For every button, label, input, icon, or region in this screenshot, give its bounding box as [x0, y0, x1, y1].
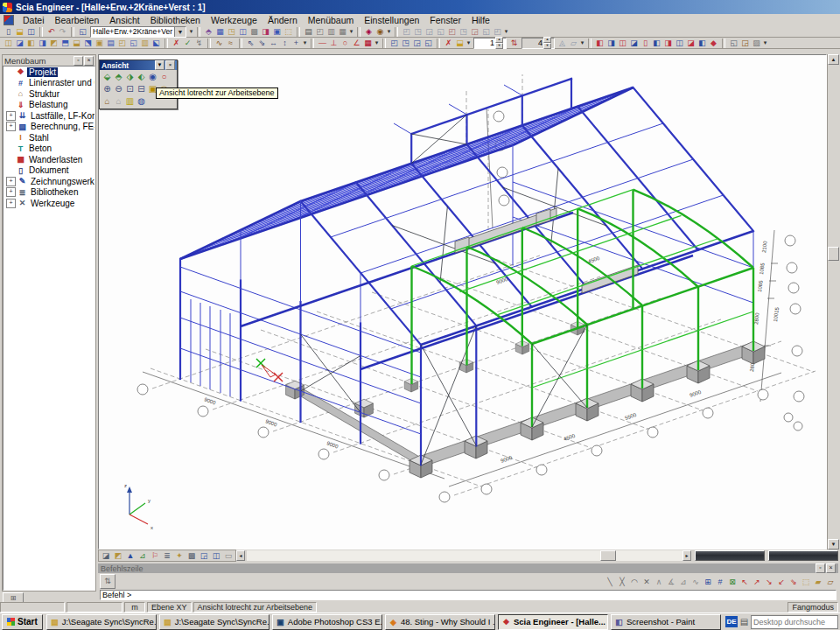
- save-icon[interactable]: ◫: [25, 26, 37, 37]
- print-icon[interactable]: ▤: [303, 26, 314, 37]
- swap-icon[interactable]: ⇅: [508, 38, 520, 48]
- taskbar-button[interactable]: ◈ 48. Sting - Why Should I ...: [385, 614, 495, 630]
- snap-raster-icon[interactable]: #: [714, 577, 726, 587]
- menu-item[interactable]: Menübaum: [303, 15, 360, 25]
- member-icon[interactable]: ◫: [674, 38, 685, 48]
- layout-icon[interactable]: ◳: [458, 26, 469, 37]
- member-icon[interactable]: ◨: [606, 38, 617, 48]
- status-plane[interactable]: Ebene XY: [147, 602, 192, 612]
- dropdown-arrow-icon[interactable]: ▾: [348, 28, 354, 35]
- member-icon[interactable]: ◆: [708, 38, 719, 48]
- toolbar-icon[interactable]: ⬓: [71, 38, 82, 48]
- toolbar-icon[interactable]: ∿: [214, 38, 225, 48]
- horizontal-scrollbar-thumb[interactable]: [600, 550, 616, 561]
- toolbar-icon[interactable]: ◬: [556, 38, 568, 48]
- member-icon[interactable]: ◨: [662, 38, 674, 48]
- tree-item[interactable]: I Stahl: [4, 132, 94, 144]
- taskbar-button[interactable]: ❖ Scia Engineer - [Halle...: [498, 614, 608, 630]
- snap-grid-icon[interactable]: ⊞: [702, 577, 714, 587]
- document-icon[interactable]: ▥: [326, 26, 337, 37]
- vertical-scrollbar-thumb[interactable]: [828, 247, 839, 261]
- flag-icon[interactable]: ⚐: [149, 550, 161, 561]
- section-icon[interactable]: ◫: [210, 550, 222, 561]
- view-axo-icon[interactable]: ⬙: [102, 71, 113, 82]
- member-icon[interactable]: ◧: [696, 38, 708, 48]
- box-icon[interactable]: ◲: [198, 550, 210, 561]
- zoom-in-icon[interactable]: ⊕: [102, 83, 113, 94]
- activity-spinner-value[interactable]: [474, 38, 495, 47]
- dropdown-arrow-icon[interactable]: ▾: [579, 39, 585, 46]
- command-history-icon[interactable]: ⇅: [100, 574, 116, 589]
- print-preview-icon[interactable]: ◰: [314, 26, 326, 37]
- close-icon[interactable]: ×: [165, 60, 175, 70]
- start-button[interactable]: Start: [2, 614, 43, 630]
- menu-item[interactable]: Fenster: [424, 15, 466, 25]
- ansicht-toolbar-header[interactable]: Ansicht ▼ ×: [100, 60, 177, 70]
- toolbar-icon[interactable]: ⬔: [82, 38, 94, 48]
- layout-icon[interactable]: ◱: [480, 26, 492, 37]
- expand-icon[interactable]: [6, 90, 14, 98]
- vertical-scrollbar[interactable]: ▲ ▼: [827, 54, 838, 550]
- menu-item[interactable]: Ändern: [262, 15, 303, 25]
- expand-icon[interactable]: [6, 101, 14, 108]
- snap-intersection-icon[interactable]: ↘: [763, 577, 775, 587]
- toolbar-icon[interactable]: ⬚: [283, 26, 294, 37]
- taskbar-button[interactable]: ▤ J:\Seagate Sync\SyncRe...: [159, 614, 270, 630]
- toolbar-icon[interactable]: ◳: [226, 26, 237, 37]
- view-front-icon[interactable]: ⬘: [113, 71, 124, 82]
- tree-item[interactable]: ▯ Dokument: [4, 165, 94, 177]
- tree-item[interactable]: + ✕ Werkzeuge: [4, 198, 94, 209]
- layer-spinner[interactable]: ▲▼: [522, 38, 555, 49]
- surface-icon[interactable]: ⊿: [136, 550, 149, 561]
- member-icon[interactable]: ◧: [594, 38, 606, 48]
- dropdown-arrow-icon[interactable]: ▾: [374, 39, 380, 46]
- toolbar-icon[interactable]: ▣: [94, 38, 105, 48]
- dropdown-arrow-icon[interactable]: ▾: [503, 28, 509, 35]
- snap-triangle-icon[interactable]: ⊿: [677, 577, 690, 587]
- toolbar-icon[interactable]: +: [290, 38, 302, 48]
- toolbar-icon[interactable]: ⬘: [203, 26, 214, 37]
- layout-icon[interactable]: ◲: [424, 26, 435, 37]
- language-indicator[interactable]: DE: [725, 616, 738, 627]
- toolbar-icon[interactable]: ◩: [48, 38, 60, 48]
- toolbar-icon[interactable]: ⇖: [245, 38, 256, 48]
- view-side-icon[interactable]: ⬗: [124, 71, 136, 82]
- snap-delete-icon[interactable]: ✕: [640, 577, 653, 587]
- toolbar-icon[interactable]: ▱: [568, 38, 579, 48]
- pin-icon[interactable]: ▫: [74, 56, 83, 66]
- zoom-all-icon[interactable]: ⊡: [124, 83, 136, 94]
- toolbar-icon[interactable]: ✗: [171, 38, 182, 48]
- project-combo[interactable]: Halle+Erw.+2Kräne+Ver ▼: [90, 26, 186, 38]
- toolbar-icon[interactable]: ◨: [37, 38, 48, 48]
- snap-endpoint-icon[interactable]: ↖: [738, 577, 751, 587]
- expand-icon[interactable]: [6, 68, 14, 76]
- toolbar-icon[interactable]: ◫: [3, 38, 14, 48]
- layout-icon[interactable]: ◰: [446, 26, 458, 37]
- member-icon[interactable]: ◪: [628, 38, 640, 48]
- chevron-down-icon[interactable]: ▼: [174, 27, 186, 37]
- tree-item[interactable]: + ≣ Bibliotheken: [4, 187, 94, 199]
- zoom-window-icon[interactable]: ○: [158, 71, 170, 82]
- window-icon[interactable]: ◱: [423, 38, 434, 48]
- toolbar-icon[interactable]: ≈: [225, 38, 236, 48]
- expand-icon[interactable]: +: [6, 122, 16, 131]
- scroll-up-icon[interactable]: ▲: [828, 54, 839, 65]
- member-icon[interactable]: ◫: [617, 38, 628, 48]
- new-document-icon[interactable]: ▯: [3, 26, 14, 37]
- snap-cross-icon[interactable]: ╳: [616, 577, 628, 587]
- snap-arc-icon[interactable]: ◠: [628, 577, 640, 587]
- hatch-icon[interactable]: ▩: [186, 550, 198, 561]
- view-home2-icon[interactable]: ⌂: [113, 95, 124, 107]
- clipping-box-icon[interactable]: ▥: [124, 95, 136, 107]
- window-icon[interactable]: ◲: [411, 38, 423, 48]
- toolbar-icon[interactable]: ◪: [14, 38, 25, 48]
- close-icon[interactable]: ×: [826, 564, 836, 573]
- dropdown-arrow-icon[interactable]: ▾: [466, 39, 472, 46]
- toolbar-icon[interactable]: ◫: [237, 26, 248, 37]
- scroll-left-icon[interactable]: ◂: [236, 550, 245, 561]
- project-window-icon[interactable]: ◱: [77, 26, 88, 37]
- dropdown-arrow-icon[interactable]: ▾: [302, 39, 308, 46]
- layout-icon[interactable]: ◰: [401, 26, 412, 37]
- expand-icon[interactable]: [6, 79, 14, 87]
- shading-icon[interactable]: ▲: [124, 550, 136, 561]
